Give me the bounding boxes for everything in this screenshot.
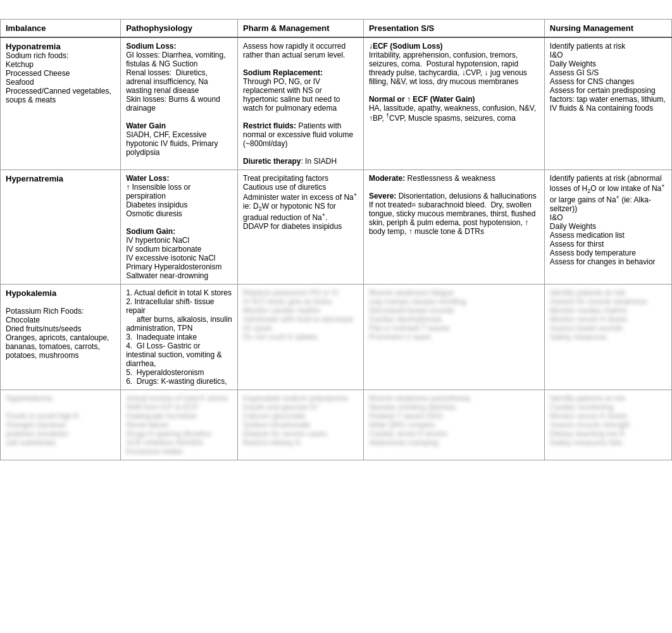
header-nursing: Nursing Management xyxy=(544,20,671,38)
presentation-hypokalemia: Muscle weakness fatigue Leg cramps nause… xyxy=(363,285,544,390)
water-gain-label: Water Gain xyxy=(126,121,166,130)
diuretic-therapy-label: Diuretic therapy xyxy=(243,157,301,166)
patho-row4-content: Actual excess of total K stores Shift fr… xyxy=(126,394,232,456)
patho-row4: Actual excess of total K stores Shift fr… xyxy=(121,390,238,460)
sodium-loss-label: Sodium Loss: xyxy=(126,42,176,51)
normal-or-label: Normal or xyxy=(369,95,405,104)
presentation-hypokalemia-content: Muscle weakness fatigue Leg cramps nause… xyxy=(369,288,539,341)
nursing-hyponatremia: Identify patients at risk I&O Daily Weig… xyxy=(544,37,671,170)
header-patho: Pathophysiology xyxy=(121,20,238,38)
sodium-gain-label: Sodium Gain: xyxy=(126,227,175,236)
pharm-row4-content: Kayexalate sodium polystyrene Insulin an… xyxy=(243,394,358,447)
table-row: Hypokalemia Potassium Rich Foods: Chocol… xyxy=(1,285,672,390)
imbalance-hypernatremia: Hypernatremia xyxy=(1,170,121,285)
moderate-label: Moderate: xyxy=(369,174,405,183)
severe-label: Severe: xyxy=(369,192,396,200)
water-loss-label: Water Loss: xyxy=(126,174,169,183)
hypokalemia-title: Hypokalemia xyxy=(6,288,115,298)
pharm-hypokalemia: Replace potassium PO or IV IV KCl never … xyxy=(238,285,364,390)
hypernatremia-title: Hypernatremia xyxy=(6,174,115,183)
presentation-row4: Muscle weakness paresthesia Nausea vomit… xyxy=(363,390,544,460)
presentation-hypernatremia: Moderate: Restlessness & weakness Severe… xyxy=(363,170,544,285)
ecf-water-gain-label: ECF (Water Gain) xyxy=(413,95,475,104)
hypokalemia-foods: Potassium Rich Foods: Chocolate Dried fr… xyxy=(6,307,115,360)
imbalance-row4: Hyperkalemia Foods to avoid high K Orang… xyxy=(1,390,121,460)
hyponatremia-title: Hyponatremia xyxy=(6,42,115,51)
nursing-hypokalemia-content: Identify patients at risk Assess for mus… xyxy=(550,288,666,341)
pharm-hypokalemia-content: Replace potassium PO or IV IV KCl never … xyxy=(243,288,358,341)
pharm-row4: Kayexalate sodium polystyrene Insulin an… xyxy=(238,390,364,460)
sodium-replacement-label: Sodium Replacement: xyxy=(243,68,323,77)
patho-hypokalemia: 1. Actual deficit in total K stores 2. I… xyxy=(121,285,238,390)
header-imbalance: Imbalance xyxy=(1,20,121,38)
header-pharm: Pharm & Management xyxy=(238,20,364,38)
header-presentation: Presentation S/S xyxy=(363,20,544,38)
imbalance-hypokalemia: Hypokalemia Potassium Rich Foods: Chocol… xyxy=(1,285,121,390)
patho-hypernatremia: Water Loss: ↑ Insensible loss or perspir… xyxy=(121,170,238,285)
arrow-up-ecf: ↑ xyxy=(407,95,411,104)
ecf-sodium-loss-label: ECF (Sodium Loss) xyxy=(373,42,443,51)
nursing-row4: Identify patients at risk Cardiac monito… xyxy=(544,390,671,460)
restrict-fluids-label: Restrict fluids: xyxy=(243,121,296,130)
main-table: Imbalance Pathophysiology Pharm & Manage… xyxy=(0,19,672,460)
table-row: Hyponatremia Sodium rich foods: Ketchup … xyxy=(1,37,672,170)
nursing-hypernatremia: Identify patients at risk (abnormal loss… xyxy=(544,170,671,285)
imbalance-hyponatremia: Hyponatremia Sodium rich foods: Ketchup … xyxy=(1,37,121,170)
nursing-hypokalemia: Identify patients at risk Assess for mus… xyxy=(544,285,671,390)
table-row: Hyperkalemia Foods to avoid high K Orang… xyxy=(1,390,672,460)
nursing-row4-content: Identify patients at risk Cardiac monito… xyxy=(550,394,666,447)
pharm-hyponatremia: Assess how rapidly it occurred rather th… xyxy=(238,37,364,170)
presentation-row4-content: Muscle weakness paresthesia Nausea vomit… xyxy=(369,394,539,447)
pharm-hypernatremia: Treat precipitating factors Cautious use… xyxy=(238,170,364,285)
table-row: Hypernatremia Water Loss: ↑ Insensible l… xyxy=(1,170,672,285)
patho-hyponatremia: Sodium Loss: GI losses: Diarrhea, vomiti… xyxy=(121,37,238,170)
presentation-hyponatremia: ↓ECF (Sodium Loss) Irritability, apprehe… xyxy=(363,37,544,170)
hyponatremia-desc: Sodium rich foods: Ketchup Processed Che… xyxy=(6,51,115,104)
imbalance-row4-content: Hyperkalemia Foods to avoid high K Orang… xyxy=(6,394,115,447)
